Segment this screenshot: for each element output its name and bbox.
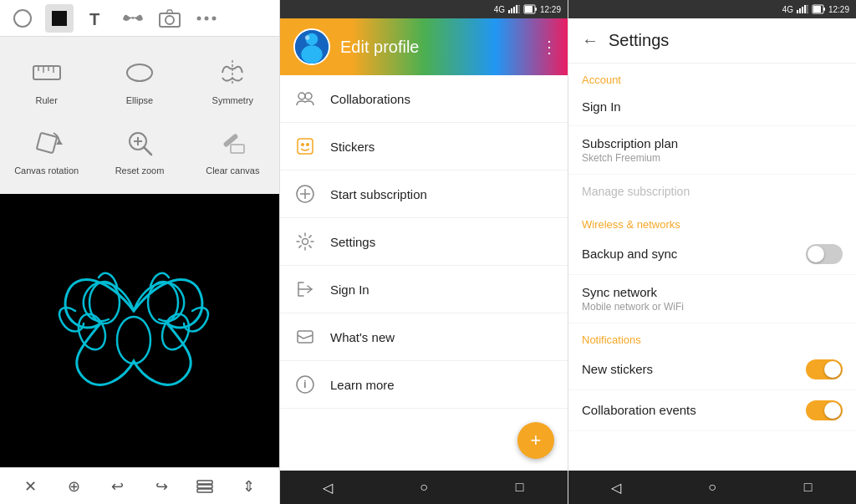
settings-recents-nav[interactable]: □ [792,471,825,504]
svg-point-50 [303,239,308,245]
layers-button[interactable] [190,471,220,501]
settings-menu-label: Settings [330,235,375,249]
black-square-tool[interactable] [45,4,74,33]
settings-status-bar: 4G 12:29 [568,0,856,18]
stickers-icon [293,135,317,158]
svg-rect-21 [231,145,244,153]
ellipse-tool[interactable]: Ellipse [93,45,186,115]
svg-point-23 [148,282,178,323]
svg-text:i: i [303,378,307,390]
bottom-toolbar: ✕ ⊕ ↩ ↪ ⇕ [0,467,279,504]
wireless-section-header: Wireless & networks [568,208,856,234]
settings-menu-icon [293,230,317,253]
text-tool[interactable]: T [82,4,110,33]
svg-point-6 [205,16,209,20]
svg-point-45 [301,143,304,146]
settings-time: 12:29 [828,5,849,14]
right-panel: 4G 12:29 ← Settings Account Sign In Subs… [568,0,856,504]
undo-button[interactable]: ↩ [103,471,133,501]
middle-nav-bar: ◁ ○ □ [280,471,568,504]
close-button[interactable]: ✕ [15,471,45,501]
sign-in-label: Sign In [330,283,369,297]
sync-network-setting[interactable]: Sync network Mobile network or WiFi [568,275,856,323]
new-stickers-title: New stickers [582,362,806,376]
svg-rect-33 [516,5,517,13]
svg-rect-44 [298,139,313,154]
resize-button[interactable]: ⇕ [234,471,264,501]
svg-point-7 [212,16,217,20]
fab-add-button[interactable]: + [517,422,554,459]
collaborations-label: Collaborations [330,92,410,106]
backup-sync-toggle[interactable] [806,244,843,264]
sync-network-title: Sync network [582,285,843,299]
new-stickers-toggle[interactable] [806,359,843,379]
svg-rect-37 [525,6,532,13]
svg-point-43 [305,93,312,99]
svg-point-40 [301,45,322,64]
settings-home-nav[interactable]: ○ [696,471,729,504]
menu-item-stickers[interactable]: Stickers [280,123,568,171]
canvas-area[interactable] [0,194,279,467]
account-section-header: Account [568,64,856,89]
svg-rect-57 [804,5,806,13]
svg-point-46 [306,143,309,146]
whats-new-label: What's new [330,330,395,344]
backup-sync-setting[interactable]: Backup and sync [568,234,856,275]
menu-item-settings[interactable]: Settings [280,218,568,266]
collaboration-events-title: Collaboration events [582,403,806,417]
more-options-button[interactable]: ⋮ [541,37,558,57]
sign-in-setting[interactable]: Sign In [568,89,856,126]
middle-status-bar: 4G 12:29 [280,0,568,18]
svg-point-4 [166,16,174,24]
network-indicator: 4G [494,5,505,14]
start-subscription-label: Start subscription [330,187,427,201]
sync-network-subtitle: Mobile network or WiFi [582,301,843,313]
svg-rect-60 [823,8,825,11]
mustache-tool[interactable] [119,4,147,33]
collaboration-events-setting[interactable]: Collaboration events [568,390,856,431]
ruler-tool[interactable]: Ruler [0,45,93,115]
svg-rect-31 [511,8,512,13]
recents-nav-button[interactable]: □ [503,471,537,504]
collaboration-events-toggle[interactable] [806,400,843,420]
reset-zoom-tool[interactable]: Reset zoom [93,115,186,186]
svg-point-26 [117,317,150,364]
menu-item-start-subscription[interactable]: Start subscription [280,171,568,218]
canvas-rotation-tool[interactable]: Canvas rotation [0,115,93,186]
back-nav-button[interactable]: ◁ [311,471,344,504]
menu-item-whats-new[interactable]: What's new [280,313,568,361]
subscription-plan-setting[interactable]: Subscription plan Sketch Freemium [568,126,856,175]
profile-header: Edit profile ⋮ [280,18,568,75]
settings-back-button[interactable]: ← [582,31,599,50]
settings-page-title: Settings [609,31,669,50]
camera-tool[interactable] [155,4,184,33]
new-stickers-setting[interactable]: New stickers [568,349,856,390]
svg-rect-36 [535,8,537,11]
svg-point-13 [127,64,152,81]
symmetry-tool[interactable]: Symmetry [186,45,279,115]
middle-time: 12:29 [540,5,561,14]
svg-point-0 [14,10,31,27]
svg-text:T: T [89,10,99,28]
svg-rect-32 [513,7,515,13]
svg-line-17 [144,147,151,155]
circle-tool[interactable] [8,4,37,33]
manage-subscription-setting: Manage subscription [568,175,856,208]
settings-back-nav[interactable]: ◁ [599,471,633,504]
svg-rect-29 [197,481,212,484]
profile-avatar[interactable] [293,28,330,65]
clear-canvas-tool[interactable]: Clear canvas [186,115,279,186]
settings-header: ← Settings [568,18,856,64]
svg-rect-54 [797,10,798,13]
menu-item-learn-more[interactable]: i Learn more [280,361,568,409]
sign-in-icon [293,277,317,301]
redo-button[interactable]: ↪ [146,471,176,501]
menu-item-collaborations[interactable]: Collaborations [280,75,568,123]
home-nav-button[interactable]: ○ [407,471,441,504]
svg-point-5 [197,16,201,20]
move-tool[interactable]: ⊕ [59,471,89,501]
more-tools[interactable] [192,4,221,33]
left-panel: T [0,0,280,504]
menu-item-sign-in[interactable]: Sign In [280,266,568,313]
svg-rect-28 [197,485,212,488]
